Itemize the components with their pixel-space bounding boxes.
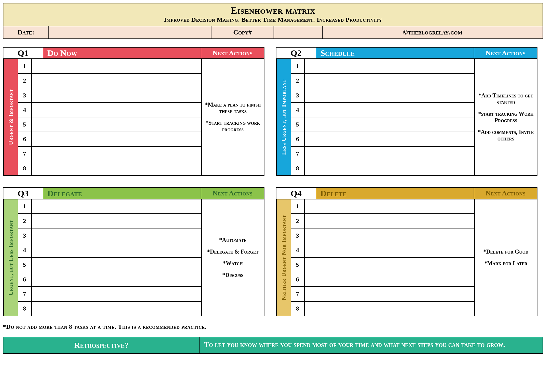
task-row: 5: [291, 117, 474, 132]
task-field[interactable]: [305, 132, 474, 146]
task-field[interactable]: [32, 132, 201, 146]
task-row-number: 7: [18, 287, 32, 301]
task-field[interactable]: [32, 258, 201, 272]
header: Eisenhower matrix Improved Decision Maki…: [3, 3, 543, 39]
task-row: 8: [18, 302, 201, 316]
task-field[interactable]: [32, 199, 201, 213]
next-action-item: *start tracking Work Progress: [478, 111, 534, 124]
task-field[interactable]: [305, 258, 474, 272]
task-row: 5: [291, 258, 474, 272]
quadrant-q4: Q4DeleteNext ActionsNeither Urgent Nor I…: [276, 187, 537, 316]
quadrant-title: Delete: [316, 188, 474, 199]
task-row: 8: [291, 161, 474, 175]
task-field[interactable]: [32, 117, 201, 131]
task-row: 6: [291, 132, 474, 147]
header-meta-row: Date: Copy# ©theblogrelay.com: [3, 26, 543, 38]
next-actions-list: *Automate*Delegate & Forget*Watch*Discus…: [201, 199, 264, 316]
task-rows: 12345678: [18, 59, 201, 175]
next-actions-list: *Add Timelines to get started*start trac…: [474, 59, 537, 175]
next-action-item: *Delete for Good: [483, 248, 528, 255]
date-field[interactable]: [49, 26, 211, 38]
task-row-number: 5: [18, 258, 32, 272]
quadrant-code: Q2: [276, 48, 316, 58]
task-field[interactable]: [32, 103, 201, 117]
task-row-number: 8: [291, 302, 305, 316]
retrospective-label: Retrospective?: [3, 337, 200, 353]
task-row: 3: [291, 88, 474, 103]
task-field[interactable]: [32, 243, 201, 257]
copy-field[interactable]: [274, 26, 323, 38]
quadrant-title: Do Now: [43, 48, 201, 58]
retrospective-bar: Retrospective? To let you know where you…: [3, 337, 543, 354]
task-row: 1: [18, 199, 201, 214]
task-row-number: 6: [18, 132, 32, 146]
task-row: 2: [18, 214, 201, 228]
quadrant-title: Delegate: [43, 188, 201, 199]
next-actions-header: Next Actions: [474, 188, 537, 199]
next-action-item: *Automate: [219, 237, 246, 243]
task-row-number: 8: [18, 161, 32, 175]
task-row: 7: [291, 147, 474, 161]
task-field[interactable]: [305, 243, 474, 257]
task-field[interactable]: [32, 59, 201, 73]
task-row-number: 5: [291, 258, 305, 272]
task-field[interactable]: [305, 228, 474, 242]
task-field[interactable]: [305, 59, 474, 73]
task-field[interactable]: [32, 147, 201, 161]
quadrant-body: Urgent, but Less Important12345678*Autom…: [3, 199, 264, 316]
task-row-number: 5: [18, 117, 32, 131]
task-field[interactable]: [305, 272, 474, 286]
task-field[interactable]: [305, 214, 474, 228]
task-row-number: 1: [18, 199, 32, 213]
task-field[interactable]: [32, 302, 201, 316]
quadrant-title: Schedule: [316, 48, 474, 58]
task-row-number: 4: [18, 243, 32, 257]
task-row: 8: [291, 302, 474, 316]
quadrant-body: Urgent & Important12345678*Make a plan t…: [3, 59, 264, 175]
quadrant-side-label: Less Urgent, but Important: [276, 59, 291, 175]
task-row: 3: [291, 228, 474, 243]
task-field[interactable]: [32, 88, 201, 102]
task-row: 8: [18, 161, 201, 175]
task-field[interactable]: [32, 287, 201, 301]
next-action-item: *Watch: [223, 260, 243, 267]
task-row-number: 6: [18, 272, 32, 286]
task-row-number: 1: [18, 59, 32, 73]
task-field[interactable]: [305, 117, 474, 131]
task-field[interactable]: [305, 74, 474, 88]
quadrant-q1: Q1Do NowNext ActionsUrgent & Important12…: [3, 47, 264, 176]
next-action-item: *Start tracking work progress: [205, 120, 261, 133]
retrospective-text: To let you know where you spend most of …: [200, 337, 543, 353]
next-action-item: *Delegate & Forget: [207, 248, 259, 255]
task-row: 4: [18, 243, 201, 258]
task-row: 3: [18, 228, 201, 243]
task-field[interactable]: [32, 228, 201, 242]
task-row: 5: [18, 258, 201, 272]
quadrant-q3: Q3DelegateNext ActionsUrgent, but Less I…: [3, 187, 264, 316]
next-action-item: *Make a plan to finish these tasks: [205, 101, 261, 115]
task-field[interactable]: [32, 74, 201, 88]
task-field[interactable]: [305, 103, 474, 117]
task-field[interactable]: [32, 214, 201, 228]
task-field[interactable]: [305, 199, 474, 213]
next-action-item: *Add Timelines to get started: [478, 92, 534, 105]
task-row: 4: [291, 103, 474, 117]
task-row: 6: [291, 272, 474, 287]
task-row-number: 2: [291, 214, 305, 228]
task-row: 7: [291, 287, 474, 301]
task-field[interactable]: [305, 88, 474, 102]
task-field[interactable]: [305, 302, 474, 316]
task-row: 2: [18, 74, 201, 88]
next-actions-header: Next Actions: [474, 48, 537, 58]
task-field[interactable]: [32, 161, 201, 175]
quadrant-side-label: Urgent, but Less Important: [3, 199, 18, 316]
quadrant-code: Q3: [3, 188, 43, 199]
task-row-number: 4: [291, 103, 305, 117]
task-field[interactable]: [305, 287, 474, 301]
task-field[interactable]: [305, 147, 474, 161]
task-row-number: 3: [18, 228, 32, 242]
task-row-number: 2: [18, 74, 32, 88]
task-field[interactable]: [32, 272, 201, 286]
task-row-number: 3: [18, 88, 32, 102]
task-field[interactable]: [305, 161, 474, 175]
